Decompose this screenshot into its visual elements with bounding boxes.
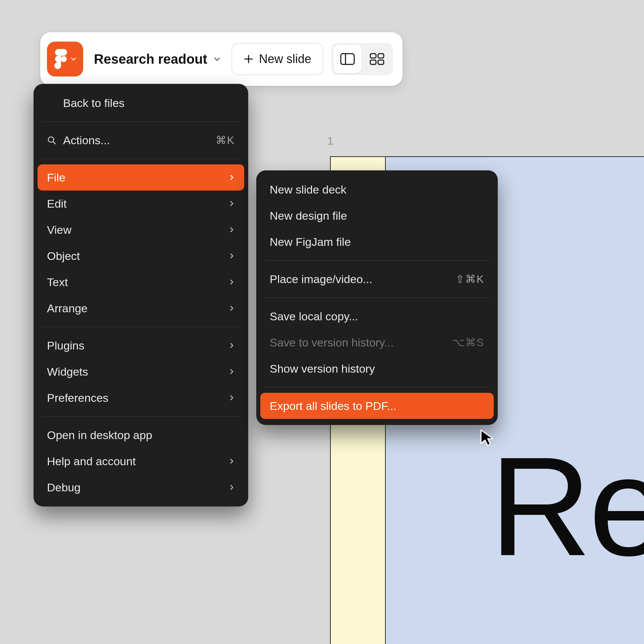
menu-label: Plugins xyxy=(47,339,222,352)
svg-point-0 xyxy=(61,56,67,62)
menu-separator xyxy=(264,260,490,261)
menu-item-widgets[interactable]: Widgets xyxy=(34,359,248,385)
menu-label: Help and account xyxy=(47,455,222,468)
menu-item-text[interactable]: Text xyxy=(34,269,248,295)
menu-label: Open in desktop app xyxy=(47,429,235,442)
menu-item-preferences[interactable]: Preferences xyxy=(34,385,248,411)
shortcut-text: ⇧⌘K xyxy=(455,273,484,285)
chevron-right-icon xyxy=(229,227,235,233)
menu-label: File xyxy=(47,171,222,184)
menu-separator xyxy=(42,327,240,327)
new-slide-button[interactable]: New slide xyxy=(231,43,323,75)
menu-label: Preferences xyxy=(47,391,222,405)
svg-rect-5 xyxy=(370,54,376,58)
chevron-right-icon xyxy=(229,458,235,464)
view-mode-toggle xyxy=(331,43,393,75)
figma-logo-icon xyxy=(54,49,68,69)
menu-label: Actions... xyxy=(63,134,209,147)
svg-rect-7 xyxy=(370,60,376,64)
menu-item-debug[interactable]: Debug xyxy=(34,474,248,500)
chevron-right-icon xyxy=(229,305,235,311)
submenu-item-new-figjam[interactable]: New FigJam file xyxy=(256,229,498,255)
shortcut-text: ⌥⌘S xyxy=(452,336,484,349)
menu-item-actions[interactable]: Actions... ⌘K xyxy=(34,127,248,153)
menu-label: Save local copy... xyxy=(270,310,484,323)
menu-label: New design file xyxy=(270,209,484,222)
menu-item-help[interactable]: Help and account xyxy=(34,448,248,474)
menu-label: New FigJam file xyxy=(270,235,484,249)
menu-item-open-desktop[interactable]: Open in desktop app xyxy=(34,422,248,448)
svg-rect-8 xyxy=(378,60,384,64)
grid-view-button[interactable] xyxy=(363,45,391,73)
svg-rect-3 xyxy=(341,54,354,64)
single-view-button[interactable] xyxy=(333,45,362,73)
menu-label: Export all slides to PDF... xyxy=(270,399,484,413)
menu-item-file[interactable]: File xyxy=(38,164,244,191)
figma-menu-button[interactable] xyxy=(47,42,83,76)
menu-item-arrange[interactable]: Arrange xyxy=(34,295,248,321)
menu-label: Arrange xyxy=(47,302,222,315)
document-title-text: Research readout xyxy=(94,52,207,67)
menu-separator xyxy=(264,387,490,387)
menu-separator xyxy=(42,121,240,122)
menu-label: Text xyxy=(47,276,222,289)
new-slide-label: New slide xyxy=(259,52,311,66)
submenu-item-export-pdf[interactable]: Export all slides to PDF... xyxy=(260,393,494,419)
chevron-down-icon xyxy=(213,55,221,63)
menu-item-back[interactable]: Back to files xyxy=(34,90,248,116)
chevron-right-icon xyxy=(229,342,235,348)
chevron-right-icon xyxy=(229,201,235,207)
menu-label: Object xyxy=(47,250,222,263)
chevron-right-icon xyxy=(229,174,235,180)
menu-label: New slide deck xyxy=(270,183,484,196)
document-title[interactable]: Research readout xyxy=(91,52,223,67)
menu-item-object[interactable]: Object xyxy=(34,243,248,269)
menu-label: Widgets xyxy=(47,365,222,378)
chevron-right-icon xyxy=(229,253,235,259)
chevron-right-icon xyxy=(229,279,235,285)
plus-icon xyxy=(244,54,254,64)
menu-label: View xyxy=(47,223,222,236)
main-menu: Back to files Actions... ⌘K File Edit Vi… xyxy=(34,84,248,506)
menu-separator xyxy=(42,159,240,159)
submenu-item-show-history[interactable]: Show version history xyxy=(256,356,498,382)
file-submenu: New slide deck New design file New FigJa… xyxy=(256,170,498,425)
menu-label: Show version history xyxy=(270,362,484,375)
svg-rect-6 xyxy=(378,54,384,58)
menu-item-view[interactable]: View xyxy=(34,217,248,243)
menu-item-plugins[interactable]: Plugins xyxy=(34,332,248,359)
chevron-down-icon xyxy=(70,56,76,62)
menu-label: Debug xyxy=(47,481,222,494)
menu-label: Save to version history... xyxy=(270,336,445,349)
chevron-right-icon xyxy=(229,484,235,490)
submenu-item-new-slide-deck[interactable]: New slide deck xyxy=(256,176,498,203)
chevron-right-icon xyxy=(229,369,235,375)
shortcut-text: ⌘K xyxy=(216,134,235,147)
submenu-item-save-local[interactable]: Save local copy... xyxy=(256,303,498,329)
menu-label: Place image/video... xyxy=(270,273,449,286)
slide-number: 1 xyxy=(327,135,333,147)
svg-line-10 xyxy=(53,142,55,144)
top-toolbar: Research readout New slide xyxy=(40,32,402,86)
submenu-item-place-media[interactable]: Place image/video... ⇧⌘K xyxy=(256,266,498,292)
menu-separator xyxy=(42,416,240,417)
slide-title-text: Res xyxy=(490,425,644,587)
menu-label: Edit xyxy=(47,197,222,210)
chevron-right-icon xyxy=(229,395,235,401)
submenu-item-save-version: Save to version history... ⌥⌘S xyxy=(256,329,498,356)
menu-item-edit[interactable]: Edit xyxy=(34,191,248,217)
menu-label: Back to files xyxy=(63,97,235,110)
submenu-item-new-design-file[interactable]: New design file xyxy=(256,203,498,229)
menu-separator xyxy=(264,298,490,298)
search-icon xyxy=(47,136,56,145)
